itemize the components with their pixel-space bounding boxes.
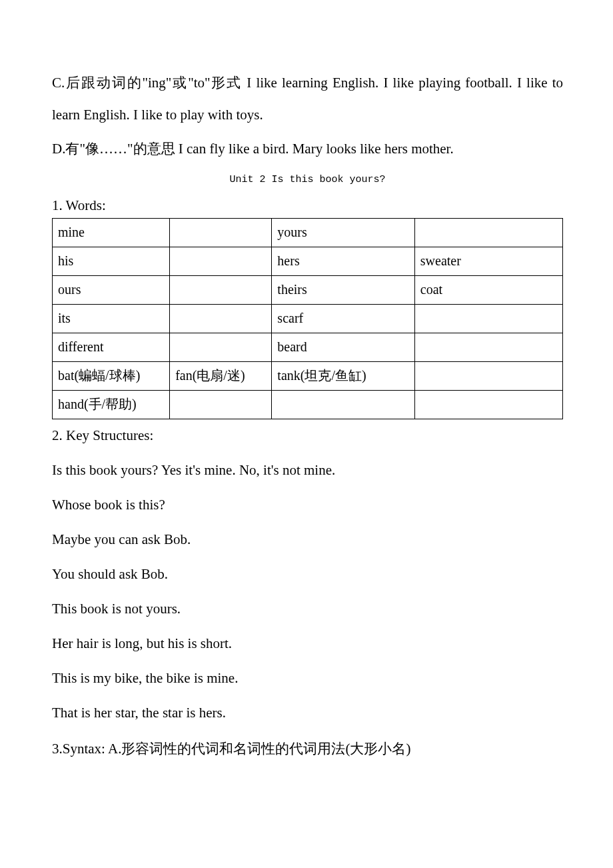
ks-line: This book is not yours.	[52, 601, 563, 617]
table-cell: mine	[53, 218, 170, 247]
table-cell: yours	[272, 218, 414, 247]
ks-line: Maybe you can ask Bob.	[52, 531, 563, 548]
syntax-line: 3.Syntax: A.形容词性的代词和名词性的代词用法(大形小名)	[52, 739, 563, 758]
table-row: bat(蝙蝠/球棒) fan(电扇/迷) tank(坦克/鱼缸)	[53, 361, 563, 390]
table-cell: bat(蝙蝠/球棒)	[53, 361, 170, 390]
table-cell	[170, 390, 272, 419]
table-cell: tank(坦克/鱼缸)	[272, 361, 414, 390]
words-table: mine yours his hers sweater ours theirs …	[52, 218, 563, 419]
table-cell	[414, 218, 562, 247]
table-cell	[414, 390, 562, 419]
table-cell	[170, 247, 272, 275]
table-cell: different	[53, 333, 170, 361]
ks-line: That is her star, the star is hers.	[52, 705, 563, 721]
table-cell: ours	[53, 275, 170, 304]
ks-line: Is this book yours? Yes it's mine. No, i…	[52, 462, 563, 479]
ks-line: Her hair is long, but his is short.	[52, 635, 563, 652]
table-cell: scarf	[272, 304, 414, 333]
table-cell	[170, 218, 272, 247]
table-cell	[414, 304, 562, 333]
ks-line: You should ask Bob.	[52, 566, 563, 583]
table-row: ours theirs coat	[53, 275, 563, 304]
table-cell: coat	[414, 275, 562, 304]
table-row: mine yours	[53, 218, 563, 247]
paragraph-d: D.有"像……"的意思 I can fly like a bird. Mary …	[52, 133, 563, 165]
table-cell: fan(电扇/迷)	[170, 361, 272, 390]
paragraph-c: C.后跟动词的"ing"或"to"形式 I like learning Engl…	[52, 67, 563, 131]
table-row: different beard	[53, 333, 563, 361]
table-cell: theirs	[272, 275, 414, 304]
table-cell: hers	[272, 247, 414, 275]
table-cell: his	[53, 247, 170, 275]
table-cell	[170, 304, 272, 333]
words-label: 1. Words:	[52, 197, 563, 214]
table-cell: hand(手/帮助)	[53, 390, 170, 419]
table-cell: its	[53, 304, 170, 333]
table-cell	[170, 275, 272, 304]
table-cell: sweater	[414, 247, 562, 275]
table-cell	[414, 333, 562, 361]
ks-line: This is my bike, the bike is mine.	[52, 670, 563, 687]
page: C.后跟动词的"ing"或"to"形式 I like learning Engl…	[0, 0, 613, 829]
table-cell: beard	[272, 333, 414, 361]
table-row: its scarf	[53, 304, 563, 333]
table-row: his hers sweater	[53, 247, 563, 275]
unit-title: Unit 2 Is this book yours?	[52, 174, 563, 185]
table-cell	[272, 390, 414, 419]
table-cell	[170, 333, 272, 361]
table-row: hand(手/帮助)	[53, 390, 563, 419]
table-cell	[414, 361, 562, 390]
ks-line: Whose book is this?	[52, 497, 563, 513]
key-structures-label: 2. Key Structures:	[52, 427, 563, 444]
